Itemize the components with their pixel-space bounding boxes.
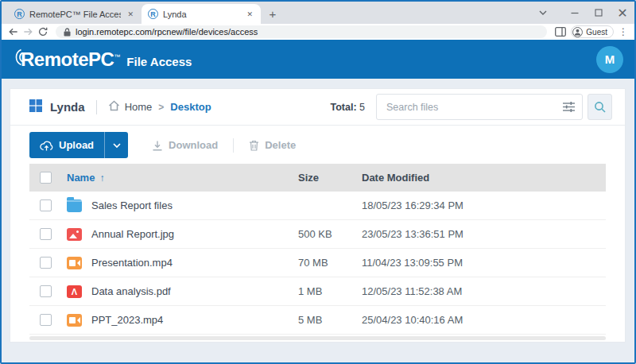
horizontal-scrollbar[interactable] [29,336,606,340]
remotepc-favicon-icon: R [14,9,25,19]
row-checkbox[interactable] [40,228,52,240]
delete-label: Delete [265,139,296,151]
person-icon [572,27,583,37]
video-file-icon [67,257,82,269]
side-panel-icon[interactable] [555,27,566,37]
download-icon [152,140,163,151]
row-name-cell: PPT_2023.mp4 [67,314,298,327]
tab-title: RemotePC™ File Access [29,10,121,19]
tab-search-chevron-icon[interactable] [531,2,555,24]
file-name: Sales Report files [91,199,173,211]
table-row[interactable]: Annual Report.jpg 500 KB 23/05/23 13:36:… [29,220,606,249]
remotepc-logo: RemotePC ™ File Access [13,48,192,71]
delete-button[interactable]: Delete [249,139,296,151]
file-name: Presentation.mp4 [91,257,173,269]
tab-strip: R RemotePC™ File Access ✕ R Lynda ✕ + ✕ [2,2,634,24]
table-row[interactable]: Sales Report files 18/05/23 16:29:34 PM [29,192,606,220]
download-label: Download [169,139,218,151]
row-check-cell [29,257,67,269]
search-button[interactable] [588,94,612,120]
remotepc-favicon-icon: R [148,9,158,19]
back-icon[interactable] [8,27,18,37]
breadcrumb-desktop[interactable]: Desktop [170,101,211,113]
cloud-upload-icon [40,140,53,151]
profile-label: Guest [586,28,607,37]
total-count: Total: 5 [330,102,365,113]
upload-button[interactable]: Upload [29,132,104,158]
home-icon [108,100,120,114]
action-bar: Upload Download Delete [10,126,625,164]
file-size: 500 KB [298,228,362,240]
tab-title: Lynda [163,10,240,19]
file-browser-card: Lynda Home > Desktop Total: 5 [10,88,626,343]
row-name-cell: Presentation.mp4 [67,257,298,269]
table-header: Name ↑ Size Date Modified [29,164,606,192]
file-size: 5 MB [298,314,362,326]
minimize-button[interactable] [563,2,587,24]
upload-label: Upload [59,139,94,151]
row-checkbox[interactable] [40,285,52,297]
search-box [376,94,583,120]
windows-logo-icon [29,99,42,115]
menu-dots-icon[interactable]: ⋮ [619,26,628,37]
file-name: Annual Report.jpg [91,228,174,240]
divider [96,100,97,114]
column-header-name[interactable]: Name [67,172,95,184]
file-date-modified: 11/04/23 13:09:55 PM [362,257,606,269]
forward-icon[interactable] [23,27,33,37]
trash-icon [249,140,259,151]
brand-name: RemotePC [21,48,114,71]
table-row[interactable]: Presentation.mp4 70 MB 11/04/23 13:09:55… [29,249,606,277]
app-header: RemotePC ™ File Access M [2,40,634,79]
new-tab-button[interactable]: + [264,5,281,22]
file-date-modified: 25/04/23 10:40:16 AM [362,314,606,326]
download-button[interactable]: Download [152,139,218,151]
profile-chip[interactable]: Guest [571,25,614,38]
file-table: Name ↑ Size Date Modified Sales Report f… [29,164,606,335]
tab-close-icon[interactable]: ✕ [245,9,254,20]
window-controls: ✕ [531,2,634,24]
table-row[interactable]: Data analysis.pdf 1 MB 12/05/23 11:52:38… [29,277,606,306]
total-value: 5 [359,102,365,113]
url-bar[interactable]: login.remotepc.com/rpcnew/file/devices/a… [56,25,547,38]
breadcrumb-home[interactable]: Home [125,101,153,113]
browser-window: R RemotePC™ File Access ✕ R Lynda ✕ + ✕ [0,0,636,364]
tab-lynda[interactable]: R Lynda ✕ [142,4,261,24]
tab-close-icon[interactable]: ✕ [126,9,135,20]
search-icon [594,101,606,113]
tab-remotepc-file-access[interactable]: R RemotePC™ File Access ✕ [8,4,142,24]
row-check-cell [29,199,67,211]
row-checkbox[interactable] [40,314,52,326]
row-check-cell [29,314,67,326]
file-date-modified: 18/05/23 16:29:34 PM [362,199,606,211]
column-header-date-modified[interactable]: Date Modified [362,172,606,184]
path-bar: Lynda Home > Desktop Total: 5 [10,89,625,126]
file-name: PPT_2023.mp4 [91,314,163,326]
restore-button[interactable] [587,2,611,24]
header-check-cell [29,172,67,184]
upload-dropdown-button[interactable] [105,132,128,158]
row-name-cell: Annual Report.jpg [67,228,298,241]
trademark: ™ [114,53,120,60]
user-avatar[interactable]: M [596,46,623,73]
row-checkbox[interactable] [40,257,52,269]
close-window-button[interactable]: ✕ [611,2,634,24]
row-check-cell [29,228,67,240]
table-row[interactable]: PPT_2023.mp4 5 MB 25/04/23 10:40:16 AM [29,306,606,335]
filter-sliders-icon[interactable] [563,101,575,115]
file-name: Data analysis.pdf [91,285,171,297]
video-file-icon [67,314,82,327]
reload-icon[interactable] [38,27,48,37]
file-size: 70 MB [298,257,362,269]
column-header-size[interactable]: Size [298,172,362,184]
row-checkbox[interactable] [40,199,52,211]
product-name: File Access [126,55,192,68]
search-input[interactable] [376,94,583,120]
sort-ascending-icon: ↑ [99,172,104,184]
file-table-body: Sales Report files 18/05/23 16:29:34 PM … [29,192,606,335]
device-name[interactable]: Lynda [50,100,85,114]
chevron-down-icon [113,143,121,148]
select-all-checkbox[interactable] [40,172,52,184]
header-name-cell: Name ↑ [67,172,298,184]
row-name-cell: Data analysis.pdf [67,285,298,298]
